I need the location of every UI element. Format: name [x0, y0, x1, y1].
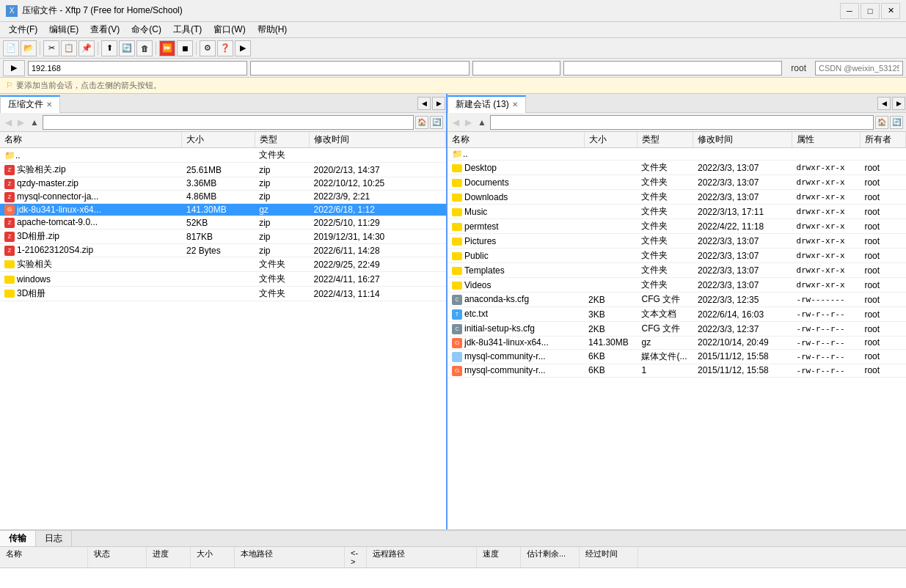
right-nav-up[interactable]: ▲ [475, 117, 489, 128]
toolbar-btn-cut[interactable]: ✂ [43, 40, 59, 56]
left-file-row[interactable]: Z3D相册.zip 817KB zip 2019/12/31, 14:30 [0, 229, 446, 244]
right-path-input[interactable]: /root [490, 115, 874, 130]
username-input[interactable] [472, 61, 560, 76]
right-cell-owner: root [860, 234, 905, 249]
left-nav-forward[interactable]: ▶ [15, 117, 26, 128]
menu-file[interactable]: 文件(F) [3, 22, 43, 37]
right-home-btn[interactable]: 🏠 [875, 116, 888, 129]
maximize-button[interactable]: □ [861, 3, 880, 19]
left-file-row[interactable]: Z实验相关.zip 25.61MB zip 2020/2/13, 14:37 [0, 163, 446, 177]
right-tab-active[interactable]: 新建会话 (13) ✕ [447, 95, 526, 113]
left-tab-next[interactable]: ▶ [432, 97, 445, 110]
toolbar-btn-help[interactable]: ❓ [217, 40, 233, 56]
close-button[interactable]: ✕ [881, 3, 900, 19]
right-cell-type: 文件夹 [637, 234, 693, 249]
right-file-row[interactable]: Public 文件夹 2022/3/3, 13:07 drwxr-xr-x ro… [447, 249, 906, 263]
left-file-row[interactable]: windows 文件夹 2022/4/11, 16:27 [0, 272, 446, 287]
right-file-row[interactable]: Desktop 文件夹 2022/3/3, 13:07 drwxr-xr-x r… [447, 161, 906, 175]
left-col-name[interactable]: 名称 [0, 132, 182, 148]
left-col-type[interactable]: 类型 [255, 132, 309, 148]
right-col-size[interactable]: 大小 [584, 132, 637, 148]
right-refresh-btn[interactable]: 🔄 [890, 116, 903, 129]
right-tab-prev[interactable]: ◀ [877, 97, 891, 110]
left-file-row[interactable]: Gjdk-8u341-linux-x64... 141.30MB gz 2022… [0, 203, 446, 216]
right-file-row[interactable]: mysql-community-r... 6KB 媒体文件(... 2015/1… [447, 349, 906, 364]
right-col-owner[interactable]: 所有者 [860, 132, 905, 148]
left-file-row[interactable]: 实验相关 文件夹 2022/9/25, 22:49 [0, 257, 446, 272]
right-tab-label: 新建会话 (13) [456, 98, 509, 111]
right-file-row[interactable]: 📁.. [447, 148, 906, 161]
toolbar-btn-transfer[interactable]: ⏩ [159, 40, 175, 56]
left-file-row[interactable]: Zapache-tomcat-9.0... 52KB zip 2022/5/10… [0, 216, 446, 229]
left-nav-back[interactable]: ◀ [3, 117, 14, 128]
toolbar-btn-copy[interactable]: 📋 [61, 40, 77, 56]
left-tab-prev[interactable]: ◀ [417, 97, 431, 110]
right-file-row[interactable]: Pictures 文件夹 2022/3/3, 13:07 drwxr-xr-x … [447, 234, 906, 249]
toolbar-btn-new[interactable]: 📄 [3, 40, 19, 56]
menu-view[interactable]: 查看(V) [84, 22, 125, 37]
transfer-col-remote: 远程路径 [367, 547, 477, 567]
toolbar-btn-extra[interactable]: ▶ [235, 40, 251, 56]
toolbar-btn-up[interactable]: ⬆ [101, 40, 117, 56]
transfer-tab-transfer[interactable]: 传输 [0, 531, 36, 546]
right-pane-toolbar: ◀ ▶ ▲ /root 🏠 🔄 [447, 113, 906, 132]
toolbar-btn-stop[interactable]: ⏹ [177, 40, 193, 56]
left-file-row[interactable]: Zmysql-connector-ja... 4.86MB zip 2022/3… [0, 190, 446, 203]
left-refresh-btn[interactable]: 🔄 [430, 116, 443, 129]
menu-edit[interactable]: 编辑(E) [43, 22, 84, 37]
left-col-modified[interactable]: 修改时间 [310, 132, 446, 148]
left-file-row[interactable]: 📁.. 文件夹 [0, 148, 446, 163]
right-file-row[interactable]: Downloads 文件夹 2022/3/3, 13:07 drwxr-xr-x… [447, 190, 906, 205]
right-col-modified[interactable]: 修改时间 [693, 132, 792, 148]
right-tab-next[interactable]: ▶ [892, 97, 905, 110]
connect-btn[interactable]: ▶ [3, 60, 25, 76]
left-path-input[interactable]: D:\IDM\下载文件存放位置\DwnlData\压缩文件 [43, 115, 414, 130]
right-file-row[interactable]: Templates 文件夹 2022/3/3, 13:07 drwxr-xr-x… [447, 263, 906, 278]
right-file-row[interactable]: permtest 文件夹 2022/4/22, 11:18 drwxr-xr-x… [447, 219, 906, 234]
password-input[interactable] [815, 61, 903, 76]
right-file-row[interactable]: Documents 文件夹 2022/3/3, 13:07 drwxr-xr-x… [447, 175, 906, 190]
right-cell-modified [693, 148, 792, 161]
left-nav-up[interactable]: ▲ [28, 117, 41, 128]
right-col-name[interactable]: 名称 [447, 132, 584, 148]
menu-tools[interactable]: 工具(T) [167, 22, 208, 37]
left-file-row[interactable]: 3D相册 文件夹 2022/4/13, 11:14 [0, 287, 446, 301]
right-file-row[interactable]: Gjdk-8u341-linux-x64... 141.30MB gz 2022… [447, 337, 906, 350]
right-file-row[interactable]: Tetc.txt 3KB 文本文档 2022/6/14, 16:03 -rw-r… [447, 307, 906, 322]
toolbar-btn-open[interactable]: 📂 [21, 40, 37, 56]
right-file-row[interactable]: Music 文件夹 2022/3/13, 17:11 drwxr-xr-x ro… [447, 205, 906, 219]
transfer-tab-log[interactable]: 日志 [36, 531, 72, 546]
left-file-row[interactable]: Z1-210623120S4.zip 22 Bytes zip 2022/6/1… [0, 244, 446, 257]
right-nav-back[interactable]: ◀ [450, 117, 461, 128]
left-cell-size: 22 Bytes [182, 244, 255, 257]
toolbar-btn-settings[interactable]: ⚙ [200, 40, 216, 56]
right-cell-size [584, 190, 637, 205]
right-tab-close[interactable]: ✕ [512, 100, 518, 109]
right-nav-forward[interactable]: ▶ [463, 117, 474, 128]
left-tabs-row: 压缩文件 ✕ ◀ ▶ [0, 94, 446, 113]
left-tab-active[interactable]: 压缩文件 ✕ [0, 95, 60, 113]
left-tab-close[interactable]: ✕ [46, 100, 52, 109]
right-cell-size: 2KB [584, 322, 637, 337]
left-file-row[interactable]: Zqzdy-master.zip 3.36MB zip 2022/10/12, … [0, 177, 446, 191]
minimize-button[interactable]: ─ [840, 3, 859, 19]
right-file-row[interactable]: Cinitial-setup-ks.cfg 2KB CFG 文件 2022/3/… [447, 322, 906, 337]
menu-window[interactable]: 窗口(W) [208, 22, 251, 37]
menu-command[interactable]: 命令(C) [125, 22, 167, 37]
left-cell-type: zip [255, 216, 309, 229]
toolbar-btn-refresh[interactable]: 🔄 [119, 40, 135, 56]
right-file-row[interactable]: Canaconda-ks.cfg 2KB CFG 文件 2022/3/3, 12… [447, 293, 906, 307]
port-input[interactable] [250, 61, 470, 76]
address-bar[interactable] [563, 61, 783, 76]
right-col-perms[interactable]: 属性 [792, 132, 860, 148]
right-cell-owner: root [860, 293, 905, 307]
toolbar-btn-paste[interactable]: 📌 [78, 40, 95, 56]
right-col-type[interactable]: 类型 [637, 132, 693, 148]
left-home-btn[interactable]: 🏠 [415, 116, 428, 129]
host-input[interactable] [28, 61, 247, 76]
toolbar-btn-delete[interactable]: 🗑 [136, 40, 153, 56]
right-file-row[interactable]: Videos 文件夹 2022/3/3, 13:07 drwxr-xr-x ro… [447, 278, 906, 293]
left-col-size[interactable]: 大小 [182, 132, 255, 148]
menu-help[interactable]: 帮助(H) [252, 22, 293, 37]
right-file-row[interactable]: Gmysql-community-r... 6KB 1 2015/11/12, … [447, 364, 906, 377]
